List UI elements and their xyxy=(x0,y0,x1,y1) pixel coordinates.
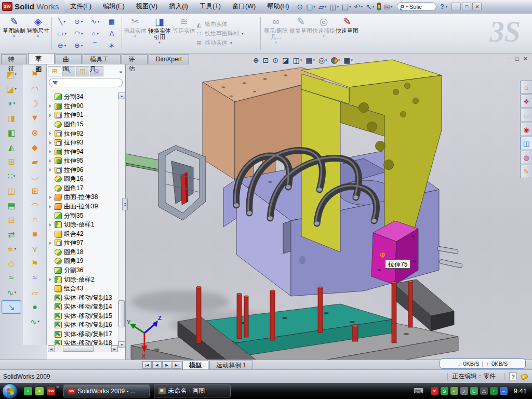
scroll-thumb[interactable] xyxy=(63,345,94,352)
left-toolbar-button[interactable]: ◨ ▾ xyxy=(2,111,21,125)
doc-close-button[interactable]: ✕ xyxy=(523,56,528,62)
tree-item[interactable]: 分割36 xyxy=(48,266,117,275)
dropdown-arrow-icon[interactable]: ▾ xyxy=(325,5,327,9)
tree-item[interactable]: 拉伸94 xyxy=(48,147,117,156)
dropdown-arrow-icon[interactable]: ▾ xyxy=(373,5,375,9)
select-region-icon[interactable]: ▦▾ xyxy=(103,16,120,28)
save-icon[interactable]: ◫▾ xyxy=(328,2,340,11)
scroll-down-button[interactable]: ▼ xyxy=(118,341,125,348)
menu-item[interactable]: 窗口(W) xyxy=(227,0,261,13)
keyboard-tray-icon[interactable]: ⌨ xyxy=(414,387,423,395)
panel-splitter-handle[interactable] xyxy=(122,198,128,210)
tree-item[interactable]: 分割35 xyxy=(48,211,117,220)
health-tray-icon[interactable]: + xyxy=(490,387,498,395)
solidworks-icon[interactable]: SW xyxy=(47,387,55,395)
tree-item[interactable]: 圆角17 xyxy=(48,184,117,193)
update-tray-icon[interactable]: − xyxy=(500,387,508,395)
expander-icon[interactable] xyxy=(49,242,51,245)
tree-item[interactable]: 分割34 xyxy=(48,92,117,102)
convert-entities-button[interactable]: ◨ 转换实体引用▾ xyxy=(147,15,172,52)
left-toolbar-button[interactable]: ▼ ▾ xyxy=(25,111,45,125)
menu-item[interactable]: 插入(I) xyxy=(163,0,194,13)
left-toolbar-button[interactable]: ∿ ▾ xyxy=(25,315,45,328)
tree-item[interactable]: 拉伸95 xyxy=(48,156,117,166)
scroll-left-button[interactable]: ◀ xyxy=(48,345,55,352)
pin-icon[interactable]: ⊙▾ xyxy=(296,2,304,11)
left-toolbar-button[interactable]: ◪ ▾ xyxy=(2,82,21,96)
doc-minimize-button[interactable]: ─ xyxy=(507,56,511,62)
close-button[interactable]: ✕ xyxy=(472,3,482,10)
command-tab[interactable]: 特征 xyxy=(1,54,27,64)
custom-properties-tab[interactable]: ✎ xyxy=(520,165,532,178)
tree-item[interactable]: 拉伸91 xyxy=(48,111,117,120)
expander-icon[interactable] xyxy=(49,150,51,153)
file-explorer-tab[interactable]: ▱ xyxy=(520,109,532,122)
left-toolbar-button[interactable]: ■ ▾ xyxy=(25,228,45,241)
left-toolbar-button[interactable]: ⊟ ▾ xyxy=(2,213,21,227)
prev-sheet-button[interactable]: ◀ xyxy=(152,361,162,369)
doc-restore-button[interactable]: □ xyxy=(515,56,519,62)
appearances-tab[interactable]: ◍ xyxy=(520,151,532,164)
dropdown-arrow-icon[interactable]: ▾ xyxy=(361,5,363,9)
left-toolbar-button[interactable]: ◫ ▾ xyxy=(2,184,21,197)
tree-item[interactable]: 拉伸96 xyxy=(48,166,117,175)
left-toolbar-button[interactable]: ⋎ ▾ xyxy=(25,242,45,256)
left-toolbar-button[interactable]: ⊞ ▾ xyxy=(25,184,45,197)
status-help-icon[interactable]: ? xyxy=(509,373,517,380)
expander-icon[interactable] xyxy=(49,141,51,144)
tree-item[interactable]: 圆角18 xyxy=(48,248,117,257)
antivirus-tray-icon[interactable]: ✕ xyxy=(431,387,438,395)
tree-item[interactable]: 实体-移动/复制16 xyxy=(48,321,117,330)
configurationmanager-tab[interactable]: ◫ xyxy=(76,66,89,76)
zoom-fit-icon[interactable]: ⊕ ▾ xyxy=(252,56,260,65)
left-toolbar-button[interactable]: ⇄ ▾ xyxy=(2,228,21,241)
smart-dimension-button[interactable]: ◈ 智能尺寸▾ xyxy=(26,15,50,52)
security-icon[interactable]: ● xyxy=(35,387,44,395)
command-tab[interactable]: 曲面 xyxy=(56,54,82,64)
left-toolbar-button[interactable]: ∷ ▾ xyxy=(2,169,21,183)
tree-item[interactable]: 曲面-拉伸38 xyxy=(48,193,117,202)
tree-item[interactable]: 实体-移动/复制17 xyxy=(48,330,117,339)
left-toolbar-button[interactable]: ∩ ▾ xyxy=(25,213,45,227)
left-toolbar-button[interactable]: ☽ ▾ xyxy=(25,97,45,110)
tree-item[interactable]: 圆角15 xyxy=(48,120,117,129)
expander-icon[interactable] xyxy=(49,223,51,227)
left-toolbar-button[interactable]: ▱ ▾ xyxy=(25,286,45,299)
undo-icon[interactable]: ↶▾ xyxy=(353,2,364,11)
polygon-icon[interactable]: ⊕▾ xyxy=(70,39,87,51)
expander-icon[interactable] xyxy=(49,114,51,117)
tree-item[interactable]: 组合43 xyxy=(48,284,117,294)
core-insert-and-rod[interactable] xyxy=(126,145,206,220)
featuremanager-tab[interactable]: ⊞ xyxy=(48,66,61,76)
start-button[interactable] xyxy=(2,383,18,399)
left-toolbar-button[interactable]: ◗ ▾ xyxy=(2,97,21,110)
next-sheet-button[interactable]: ▶ xyxy=(162,361,171,369)
spline-icon[interactable]: ∿▾ xyxy=(87,16,103,28)
document-tab[interactable]: 模型 xyxy=(182,361,208,369)
view-orientation-icon[interactable]: ◫ ▾ xyxy=(291,56,303,65)
tree-item[interactable]: 曲面-拉伸39 xyxy=(48,202,117,211)
messenger-icon[interactable]: ◗ xyxy=(24,387,32,395)
new-document-icon[interactable]: ▢▾ xyxy=(305,2,316,11)
locating-pin[interactable] xyxy=(352,325,358,342)
tree-item[interactable]: 拉伸97 xyxy=(48,238,117,248)
network-warning-tray-icon[interactable]: ⚠ xyxy=(480,387,488,395)
scroll-up-button[interactable]: ▲ xyxy=(118,92,125,99)
section-view-icon[interactable]: ◪ ▾ xyxy=(281,56,290,65)
tree-item[interactable]: 切除-放样2 xyxy=(48,275,117,284)
left-toolbar-button[interactable]: ▤ ▾ xyxy=(2,198,21,212)
point-icon[interactable]: ∗▾ xyxy=(103,39,120,51)
menu-item[interactable]: 文件(F) xyxy=(64,0,97,13)
volume-tray-icon[interactable]: ♪ xyxy=(460,387,468,395)
expander-icon[interactable] xyxy=(49,196,51,199)
scroll-thumb[interactable] xyxy=(118,300,125,327)
left-toolbar-button[interactable]: ↘ ▾ xyxy=(2,300,21,314)
left-toolbar-button[interactable]: ⚑ ▾ xyxy=(25,68,45,81)
select-icon[interactable]: ↖▾ xyxy=(365,2,375,11)
search-dropdown-icon[interactable]: ▾ xyxy=(406,5,408,9)
left-toolbar-button[interactable]: ≈ ▾ xyxy=(25,271,45,285)
open-icon[interactable]: ▱▾ xyxy=(317,2,327,11)
scroll-right-button[interactable]: ▶ xyxy=(111,345,118,352)
dropdown-arrow-icon[interactable]: ▾ xyxy=(391,5,393,9)
tree-item[interactable]: 圆角19 xyxy=(48,257,117,266)
